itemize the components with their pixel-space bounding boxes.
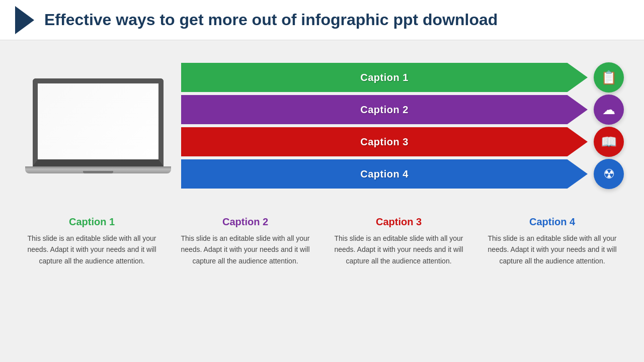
arrow-label-4: Caption 4: [360, 168, 409, 180]
radiation-icon: ☢: [603, 166, 615, 182]
icon-circle-2: ☁: [594, 95, 624, 125]
icon-circle-4: ☢: [594, 159, 624, 189]
arrow-bars-container: Caption 1 📋 Caption 2 ☁: [181, 63, 624, 189]
arrow-label-2: Caption 2: [360, 104, 409, 116]
icon-circle-1: 📋: [594, 62, 624, 93]
cloud-icon: ☁: [602, 102, 615, 118]
arrow-bar-4: Caption 4: [181, 159, 588, 189]
arrow-bar-inner-1: Caption 1: [181, 63, 588, 92]
book-icon: 📖: [601, 134, 617, 150]
arrow-bar-inner-2: Caption 2: [181, 95, 588, 124]
laptop-base: [25, 166, 171, 173]
caption-col-4: Caption 4 This slide is an editable slid…: [480, 216, 624, 266]
arrow-row-4: Caption 4 ☢: [181, 159, 624, 189]
page-title: Effective ways to get more out of infogr…: [44, 10, 498, 29]
caption-title-3: Caption 3: [376, 216, 422, 228]
caption-col-2: Caption 2 This slide is an editable slid…: [174, 216, 317, 266]
infographic-section: Caption 1 📋 Caption 2 ☁: [20, 50, 624, 201]
arrow-bar-1: Caption 1: [181, 63, 588, 92]
caption-text-4: This slide is an editable slide with all…: [480, 233, 624, 266]
arrow-row-3: Caption 3 📖: [181, 127, 624, 156]
caption-col-3: Caption 3 This slide is an editable slid…: [327, 216, 470, 266]
main-content: Caption 1 📋 Caption 2 ☁: [0, 40, 644, 362]
arrow-label-3: Caption 3: [360, 136, 409, 148]
arrow-label-1: Caption 1: [360, 72, 409, 83]
caption-text-1: This slide is an editable slide with all…: [20, 233, 164, 266]
icon-circle-3: 📖: [594, 127, 624, 157]
list-icon: 📋: [601, 70, 617, 85]
arrow-row-1: Caption 1 📋: [181, 63, 624, 92]
arrow-bar-3: Caption 3: [181, 127, 588, 156]
laptop-screen: [33, 78, 164, 166]
caption-title-1: Caption 1: [69, 216, 115, 228]
arrow-bar-inner-4: Caption 4: [181, 159, 588, 189]
captions-section: Caption 1 This slide is an editable slid…: [20, 211, 624, 266]
arrow-bar-2: Caption 2: [181, 95, 588, 124]
header-arrow-icon: [15, 6, 34, 34]
caption-title-2: Caption 2: [222, 216, 268, 228]
caption-text-3: This slide is an editable slide with all…: [327, 233, 470, 266]
caption-text-2: This slide is an editable slide with all…: [174, 233, 317, 266]
header: Effective ways to get more out of infogr…: [0, 0, 644, 40]
caption-title-4: Caption 4: [529, 216, 575, 228]
laptop-illustration: [20, 78, 176, 173]
arrow-row-2: Caption 2 ☁: [181, 95, 624, 124]
arrow-bar-inner-3: Caption 3: [181, 127, 588, 156]
caption-col-1: Caption 1 This slide is an editable slid…: [20, 216, 164, 266]
